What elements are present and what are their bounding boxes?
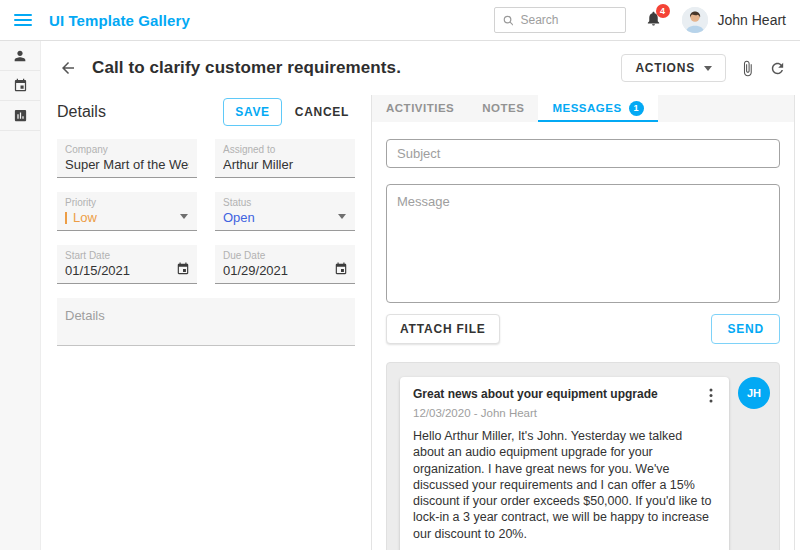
assigned-to-field[interactable]: Assigned to <box>215 139 355 178</box>
search-icon <box>503 14 514 27</box>
cancel-button[interactable]: CANCEL <box>289 99 355 125</box>
messages-count-badge: 1 <box>629 101 644 116</box>
search-input[interactable] <box>520 13 616 27</box>
details-notes-field[interactable] <box>57 298 355 346</box>
details-heading: Details <box>57 103 106 121</box>
start-date-field[interactable]: Start Date <box>57 245 197 284</box>
due-date-label: Due Date <box>223 249 347 262</box>
priority-select[interactable]: Priority Low <box>57 192 197 231</box>
message-card: Great news about your equipment upgrade … <box>400 377 729 550</box>
priority-label: Priority <box>65 196 189 209</box>
attach-file-button[interactable]: ATTACH FILE <box>386 314 500 344</box>
title-actions: ACTIONS <box>621 54 786 82</box>
chevron-down-icon <box>704 66 712 71</box>
message-title: Great news about your equipment upgrade <box>413 387 658 401</box>
actions-button[interactable]: ACTIONS <box>621 54 726 82</box>
sidebar-item-contacts[interactable] <box>0 41 40 71</box>
start-date-input[interactable] <box>65 262 189 280</box>
app-header: UI Template Gallery 4 John Heart <box>0 0 800 41</box>
user-name[interactable]: John Heart <box>718 12 786 28</box>
calendar-icon <box>13 78 28 93</box>
bar-chart-icon <box>13 108 28 123</box>
search-box[interactable] <box>494 7 626 33</box>
company-label: Company <box>65 143 189 156</box>
page-title: Call to clarify customer requirements. <box>92 58 401 78</box>
notification-badge: 4 <box>656 4 670 18</box>
calendar-picker-icon[interactable] <box>334 262 348 276</box>
refresh-icon-button[interactable] <box>769 60 786 77</box>
user-avatar[interactable] <box>682 7 708 33</box>
subject-input[interactable] <box>386 139 780 168</box>
save-button[interactable]: SAVE <box>223 98 282 126</box>
tab-activities[interactable]: ACTIVITIES <box>372 95 468 122</box>
message-buttons-row: ATTACH FILE SEND <box>386 314 780 344</box>
notifications-button[interactable]: 4 <box>645 10 662 31</box>
message-meta: 12/03/2020 - John Heart <box>413 407 716 419</box>
arrow-left-icon <box>59 59 77 77</box>
due-date-field[interactable]: Due Date <box>215 245 355 284</box>
calendar-picker-icon[interactable] <box>176 262 190 276</box>
details-form: Company Assigned to Priority Low <box>57 139 355 346</box>
tab-messages[interactable]: MESSAGES 1 <box>538 95 657 122</box>
chevron-down-icon <box>338 214 346 219</box>
start-date-label: Start Date <box>65 249 189 262</box>
app-title: UI Template Gallery <box>49 12 190 29</box>
person-icon <box>12 48 28 64</box>
message-menu-button[interactable] <box>706 387 716 404</box>
menu-icon[interactable] <box>14 14 32 26</box>
messages-tab-content: ATTACH FILE SEND Great news about your e… <box>372 122 794 550</box>
main-content: Call to clarify customer requirements. A… <box>41 41 800 550</box>
priority-marker <box>65 212 67 224</box>
sidebar-item-calendar[interactable] <box>0 71 40 101</box>
title-row: Call to clarify customer requirements. A… <box>41 41 800 95</box>
tab-messages-label: MESSAGES <box>552 95 621 122</box>
message-author-avatar: JH <box>738 377 770 409</box>
header-right: 4 John Heart <box>494 7 786 33</box>
priority-value: Low <box>65 209 189 227</box>
content-row: Details SAVE CANCEL Company Assigned to <box>41 95 800 550</box>
messages-list: Great news about your equipment upgrade … <box>386 362 780 550</box>
status-label: Status <box>223 196 347 209</box>
back-button[interactable] <box>59 59 77 77</box>
refresh-icon <box>769 60 786 77</box>
message-body: Hello Arthur Miller, It's John. Yesterda… <box>413 428 716 542</box>
tab-panel: ACTIVITIES NOTES MESSAGES 1 ATTACH FILE … <box>371 95 795 550</box>
tab-strip: ACTIVITIES NOTES MESSAGES 1 <box>372 95 794 122</box>
details-panel: Details SAVE CANCEL Company Assigned to <box>57 95 355 550</box>
status-select[interactable]: Status Open <box>215 192 355 231</box>
paperclip-icon <box>739 60 756 77</box>
attach-file-icon-button[interactable] <box>739 60 756 77</box>
message-textarea[interactable] <box>386 184 780 303</box>
assigned-to-label: Assigned to <box>223 143 347 156</box>
kebab-menu-icon <box>709 388 713 403</box>
user-photo <box>682 7 708 33</box>
sidebar <box>0 41 41 550</box>
details-notes-textarea[interactable] <box>57 298 355 345</box>
sidebar-item-analytics[interactable] <box>0 101 40 131</box>
status-value: Open <box>223 209 347 227</box>
chevron-down-icon <box>180 214 188 219</box>
due-date-input[interactable] <box>223 262 347 280</box>
tab-notes[interactable]: NOTES <box>468 95 538 122</box>
actions-button-label: ACTIONS <box>635 61 695 75</box>
send-button[interactable]: SEND <box>711 314 780 344</box>
app-window: UI Template Gallery 4 John Heart <box>0 0 800 550</box>
company-field[interactable]: Company <box>57 139 197 178</box>
assigned-to-input[interactable] <box>223 156 347 174</box>
company-input[interactable] <box>65 156 189 174</box>
